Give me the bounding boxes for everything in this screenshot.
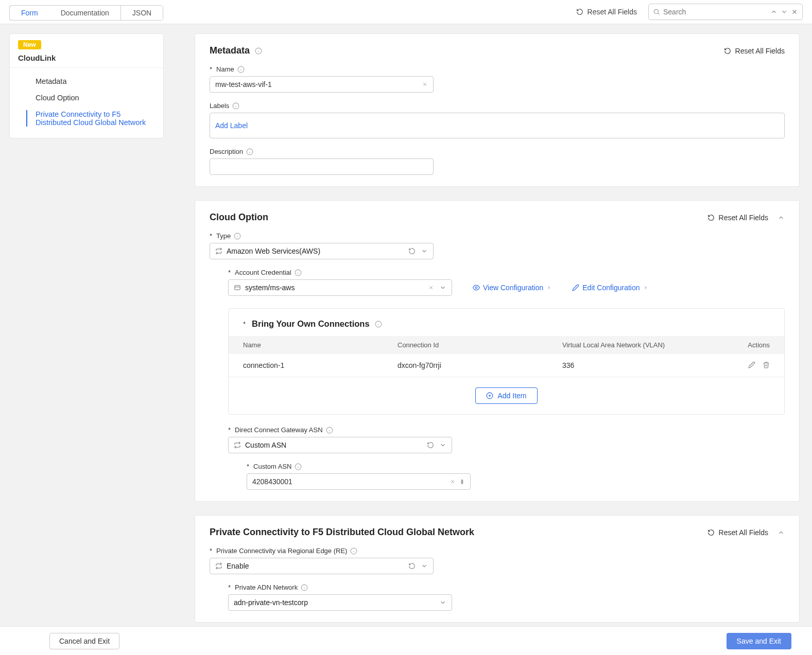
tab-documentation[interactable]: Documentation	[49, 6, 121, 20]
new-badge: New	[18, 40, 41, 49]
acct-select[interactable]: system/ms-aws	[228, 279, 452, 296]
asn-stepper[interactable]: ▲▼	[460, 479, 465, 485]
description-label: Description	[210, 148, 785, 155]
cell-name: connection-1	[243, 361, 398, 369]
reset-metadata-label: Reset All Fields	[735, 47, 785, 55]
refresh-icon[interactable]	[408, 562, 416, 570]
sidebar-title: CloudLink	[18, 54, 155, 62]
reset-icon	[724, 47, 731, 55]
col-conn: Connection Id	[398, 341, 562, 349]
info-icon	[295, 269, 302, 276]
chevron-right-icon	[546, 285, 551, 290]
swap-icon	[234, 441, 241, 449]
re-value: Enable	[227, 562, 249, 570]
dcg-value: Custom ASN	[245, 441, 286, 449]
search-prev-icon[interactable]	[770, 8, 778, 15]
swap-icon	[215, 247, 222, 255]
labels-box[interactable]: Add Label	[210, 113, 785, 138]
byoc-subpanel: * Bring Your Own Connections Name Connec…	[228, 308, 785, 415]
asn-input-wrap[interactable]: ▲▼	[247, 473, 471, 490]
refresh-icon[interactable]	[408, 247, 416, 255]
chevron-down-icon[interactable]	[439, 441, 446, 449]
re-select[interactable]: Enable	[210, 558, 434, 574]
reset-priv[interactable]: Reset All Fields	[707, 528, 768, 537]
collapse-cloud-icon[interactable]	[778, 214, 785, 221]
asn-input[interactable]	[252, 477, 445, 486]
info-icon	[295, 463, 302, 470]
reset-metadata[interactable]: Reset All Fields	[724, 47, 785, 55]
panel-private-connectivity: Private Connectivity to F5 Distributed C…	[195, 515, 800, 623]
name-input-wrap[interactable]	[210, 76, 434, 93]
reset-all-top[interactable]: Reset All Fields	[576, 8, 637, 16]
tab-json[interactable]: JSON	[121, 6, 163, 20]
sidebar-item-cloud-option[interactable]: Cloud Option	[10, 90, 163, 106]
sidebar-item-metadata[interactable]: Metadata	[10, 73, 163, 90]
swap-icon	[215, 562, 222, 570]
adn-select[interactable]: adn-private-vn-testcorp	[228, 594, 452, 611]
search-clear-icon[interactable]	[791, 8, 798, 15]
reset-priv-label: Reset All Fields	[719, 528, 768, 537]
acct-label: *Account Credential	[228, 269, 785, 276]
svg-point-28	[475, 287, 477, 289]
labels-label: Labels	[210, 102, 785, 110]
delete-row-icon[interactable]	[763, 361, 770, 368]
clear-acct-icon[interactable]	[428, 285, 434, 291]
description-input-wrap[interactable]	[210, 158, 434, 175]
asn-label: *Custom ASN	[247, 463, 785, 470]
reset-cloud[interactable]: Reset All Fields	[707, 214, 768, 222]
description-input[interactable]	[215, 163, 428, 171]
panel-cloud-option: Cloud Option Reset All Fields *Type	[195, 200, 800, 502]
search-box[interactable]	[648, 4, 803, 20]
priv-title: Private Connectivity to F5 Distributed C…	[210, 527, 474, 538]
top-bar: Form Documentation JSON Reset All Fields	[0, 0, 812, 24]
eye-icon	[473, 284, 480, 291]
chevron-down-icon[interactable]	[421, 562, 428, 570]
sidebar-item-private-connectivity[interactable]: Private Connectivity to F5 Distributed C…	[10, 106, 163, 131]
search-next-icon[interactable]	[781, 8, 788, 15]
dcg-label: *Direct Connect Gateway ASN	[228, 426, 785, 434]
reset-icon	[576, 8, 583, 15]
tab-form[interactable]: Form	[9, 5, 50, 21]
reset-icon	[707, 529, 715, 536]
search-input[interactable]	[663, 8, 767, 16]
view-tab-group: Form Documentation JSON	[9, 5, 163, 21]
edit-config-link[interactable]: Edit Configuration	[572, 284, 648, 292]
add-item-button[interactable]: Add Item	[475, 387, 537, 404]
add-label-button[interactable]: Add Label	[215, 121, 248, 130]
table-row: connection-1 dxcon-fg70rrji 336	[229, 354, 784, 377]
clear-asn-icon[interactable]	[450, 479, 456, 485]
chevron-down-icon[interactable]	[439, 599, 446, 606]
save-button[interactable]: Save and Exit	[727, 633, 791, 649]
chevron-down-icon[interactable]	[421, 247, 428, 255]
dcg-select[interactable]: Custom ASN	[228, 437, 452, 453]
acct-value: system/ms-aws	[245, 284, 295, 292]
info-icon	[326, 427, 333, 434]
name-label: *Name	[210, 65, 785, 73]
search-icon	[653, 8, 660, 15]
view-config-link[interactable]: View Configuration	[473, 284, 551, 292]
edit-row-icon[interactable]	[748, 361, 755, 368]
cloud-title: Cloud Option	[210, 212, 268, 223]
col-vlan: Virtual Local Area Network (VLAN)	[562, 341, 729, 349]
collapse-priv-icon[interactable]	[778, 529, 785, 536]
chevron-down-icon[interactable]	[439, 284, 446, 291]
reset-cloud-label: Reset All Fields	[719, 214, 768, 222]
credential-icon	[234, 284, 241, 291]
sidebar-nav: Metadata Cloud Option Private Connectivi…	[10, 68, 163, 138]
plus-circle-icon	[486, 392, 493, 399]
chevron-right-icon	[643, 285, 648, 290]
info-icon	[255, 47, 262, 55]
cell-vlan: 336	[562, 361, 729, 369]
footer-bar: Cancel and Exit Save and Exit	[0, 626, 812, 655]
type-select[interactable]: Amazon Web Services(AWS)	[210, 243, 434, 259]
svg-rect-24	[235, 286, 240, 290]
cancel-button[interactable]: Cancel and Exit	[49, 633, 119, 649]
sidebar: New CloudLink Metadata Cloud Option Priv…	[9, 33, 164, 655]
info-icon	[375, 321, 382, 328]
name-input[interactable]	[215, 80, 418, 88]
info-icon	[246, 148, 253, 155]
clear-name-icon[interactable]	[422, 81, 428, 87]
main-content: Metadata Reset All Fields *Name	[195, 33, 803, 655]
refresh-icon[interactable]	[427, 441, 434, 449]
adn-label: *Private ADN Network	[228, 583, 785, 591]
